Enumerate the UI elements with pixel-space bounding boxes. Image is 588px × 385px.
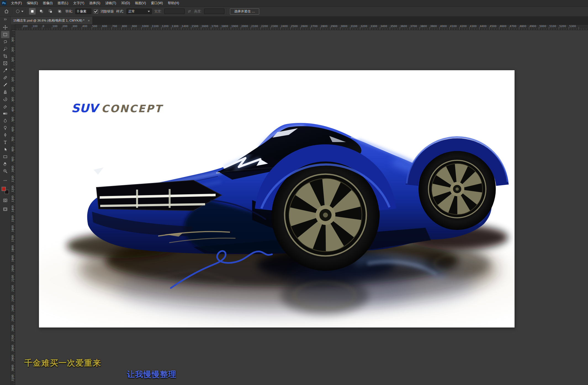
menu-file[interactable]: 文件(F) bbox=[9, 0, 24, 6]
h-ruler-label: 3500 bbox=[390, 25, 397, 28]
height-input[interactable] bbox=[204, 9, 224, 14]
v-ruler-label: 1400 bbox=[11, 205, 14, 213]
swap-dimensions-icon[interactable] bbox=[187, 9, 192, 14]
height-label: 高度: bbox=[194, 9, 202, 14]
menu-select[interactable]: 选择(S) bbox=[87, 0, 103, 6]
feather-label: 羽化: bbox=[65, 9, 73, 14]
menu-image[interactable]: 图像(I) bbox=[40, 0, 55, 6]
shape-tool[interactable] bbox=[1, 153, 9, 160]
subtract-from-selection-button[interactable] bbox=[47, 8, 54, 15]
h-ruler-label: 200 bbox=[62, 25, 67, 28]
crop-tool[interactable] bbox=[1, 53, 9, 60]
menu-window[interactable]: 窗口(W) bbox=[149, 0, 165, 6]
type-tool[interactable] bbox=[1, 139, 9, 146]
photoshop-app: Ps 文件(F)编辑(E)图像(I)图层(L)文字(Y)选择(S)滤镜(T)3D… bbox=[0, 0, 588, 385]
v-ruler-label: 300 bbox=[11, 36, 14, 44]
select-and-mask-button[interactable]: 选择并遮住 … bbox=[230, 8, 259, 15]
document-tab[interactable]: 15概念车.psd @ 36.6% (色相/饱和度 1, CMYK/8) * × bbox=[10, 17, 93, 24]
frame-tool[interactable] bbox=[1, 60, 9, 67]
intersect-selection-button[interactable] bbox=[56, 8, 63, 15]
add-to-selection-button[interactable] bbox=[38, 8, 45, 15]
h-ruler-label: 3400 bbox=[380, 25, 387, 28]
document-tab-bar: 15概念车.psd @ 36.6% (色相/饱和度 1, CMYK/8) * × bbox=[10, 17, 588, 25]
hand-tool[interactable] bbox=[1, 160, 9, 167]
marquee-tool[interactable] bbox=[1, 31, 9, 38]
document-canvas[interactable]: SUV CONCEPT bbox=[39, 70, 515, 328]
history-brush-tool[interactable] bbox=[1, 96, 9, 103]
width-label: 宽度: bbox=[154, 9, 162, 14]
menu-3d[interactable]: 3D(D) bbox=[119, 0, 133, 6]
edit-toolbar-button[interactable] bbox=[1, 177, 9, 184]
menu-view[interactable]: 视图(V) bbox=[133, 0, 149, 6]
pen-tool[interactable] bbox=[1, 132, 9, 139]
vertical-ruler[interactable]: 3002001000100200300400500600700800900100… bbox=[10, 30, 15, 385]
menu-bar: Ps 文件(F)编辑(E)图像(I)图层(L)文字(Y)选择(S)滤镜(T)3D… bbox=[0, 0, 588, 7]
ellipse-marquee-icon bbox=[15, 9, 20, 14]
brush-tool[interactable] bbox=[1, 81, 9, 88]
feather-input[interactable] bbox=[75, 9, 91, 14]
healing-tool[interactable] bbox=[1, 74, 9, 81]
tools-panel bbox=[0, 17, 11, 385]
v-ruler-label: 100 bbox=[11, 56, 14, 64]
h-ruler-label: 4300 bbox=[470, 25, 476, 28]
h-ruler-label: 700 bbox=[112, 25, 117, 28]
clone-stamp-tool[interactable] bbox=[1, 88, 9, 96]
eyedropper-tool[interactable] bbox=[1, 67, 9, 74]
h-ruler-label: 3200 bbox=[361, 25, 367, 28]
v-ruler-label: 3100 bbox=[11, 374, 14, 382]
v-ruler-label: 1500 bbox=[11, 215, 14, 223]
h-ruler-label: 4000 bbox=[440, 25, 447, 28]
color-swatches[interactable] bbox=[2, 187, 9, 194]
v-ruler-label: 1800 bbox=[11, 245, 14, 253]
menu-edit[interactable]: 编辑(E) bbox=[24, 0, 40, 6]
menu-type[interactable]: 文字(Y) bbox=[71, 0, 87, 6]
antialias-checkbox[interactable] bbox=[94, 9, 98, 14]
menu-help[interactable]: 帮助(H) bbox=[165, 0, 182, 6]
blur-tool[interactable] bbox=[1, 117, 9, 124]
h-ruler-label: 1600 bbox=[202, 25, 208, 28]
v-ruler-label: 2500 bbox=[11, 314, 14, 323]
v-ruler-label: 2400 bbox=[11, 304, 14, 313]
h-ruler-label: 1200 bbox=[162, 25, 168, 28]
tools-list bbox=[1, 24, 9, 175]
lasso-tool[interactable] bbox=[1, 38, 9, 45]
h-ruler-label: 2900 bbox=[331, 25, 337, 28]
new-selection-button[interactable] bbox=[29, 8, 36, 15]
zoom-tool[interactable] bbox=[1, 167, 9, 175]
canvas-title-suv: SUV bbox=[71, 101, 100, 115]
foreground-color-swatch[interactable] bbox=[2, 187, 6, 191]
move-tool[interactable] bbox=[1, 24, 9, 31]
close-icon[interactable]: × bbox=[88, 19, 90, 22]
quick-select-tool[interactable] bbox=[1, 45, 9, 53]
path-select-tool[interactable] bbox=[1, 146, 9, 153]
v-ruler-label: 1900 bbox=[11, 255, 14, 263]
h-ruler-label: 900 bbox=[132, 25, 137, 28]
photoshop-logo[interactable]: Ps bbox=[2, 1, 6, 6]
h-ruler-label: 5200 bbox=[559, 25, 566, 28]
h-ruler-label: 4100 bbox=[450, 25, 457, 28]
v-ruler-label: 1200 bbox=[11, 185, 14, 193]
quick-mask-button[interactable] bbox=[1, 197, 9, 204]
v-ruler-label: 2900 bbox=[11, 354, 14, 362]
h-ruler-label: 1500 bbox=[192, 25, 198, 28]
h-ruler-label: 4400 bbox=[480, 25, 486, 28]
h-ruler-label: 1400 bbox=[182, 25, 188, 28]
tool-preset-picker[interactable] bbox=[15, 9, 23, 14]
v-ruler-label: 0 bbox=[11, 66, 14, 74]
subtitle-line2: 让我慢慢整理 bbox=[127, 369, 177, 380]
collapse-panel-icon[interactable] bbox=[3, 17, 7, 22]
h-ruler-label: 1300 bbox=[172, 25, 178, 28]
v-ruler-label: 600 bbox=[11, 125, 14, 133]
home-icon[interactable] bbox=[3, 8, 10, 15]
width-input[interactable] bbox=[164, 9, 185, 14]
dodge-tool[interactable] bbox=[1, 124, 9, 132]
horizontal-ruler[interactable]: 2001000100200300400500600700800900100011… bbox=[10, 24, 588, 30]
menu-layer[interactable]: 图层(L) bbox=[55, 0, 71, 6]
ruler-origin-corner[interactable] bbox=[10, 24, 15, 30]
menu-filter[interactable]: 滤镜(T) bbox=[103, 0, 118, 6]
eraser-tool[interactable] bbox=[1, 103, 9, 110]
h-ruler-label: 400 bbox=[82, 25, 87, 28]
gradient-tool[interactable] bbox=[1, 110, 9, 117]
screen-mode-button[interactable] bbox=[1, 206, 9, 213]
style-select[interactable]: 正常 bbox=[126, 9, 152, 14]
